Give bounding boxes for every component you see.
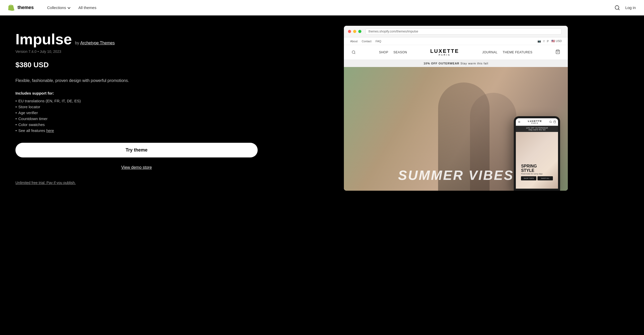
mobile-store-logo: LUXETTE PARIS [528,120,542,124]
svg-line-1 [618,9,619,10]
nav-right: Log in [614,5,636,11]
mobile-hero-sub: Fresh looks for sunny days [518,173,555,175]
nav-season: SEASON [393,51,407,54]
topbar-about: About [350,40,358,43]
store-nav: SHOP SEASON LUXETTE PARIS JOURNAL THEME … [344,45,568,60]
search-icon[interactable] [614,5,620,11]
trial-text: Unlimited free trial. Pay if you publish… [15,181,258,185]
mobile-cart-icon [553,121,556,123]
includes-label: Includes support for: [15,91,258,95]
collections-label: Collections [47,5,66,10]
mobile-shop-tops-button: SHOP TOPS [521,176,536,180]
list-item: Store locator [15,104,258,110]
store-banner: 10% OFF OUTERWEAR Stay warm this fall [344,60,568,67]
store-hero-image: SUMMER VIBES LUXETTE PARIS [344,67,568,191]
store-search-icon [352,50,356,54]
mobile-shop-all-button: SHOP ALL [537,176,553,180]
theme-info-panel: Impulse by Archetype Themes Version 7.4.… [0,15,271,335]
theme-author-line: by Archetype Themes [75,41,115,45]
mobile-search-icon [549,121,552,123]
theme-description: Flexible, fashionable, proven design wit… [15,77,258,84]
features-list: EU translations (EN, FR, IT, DE, ES) Sto… [15,98,258,133]
author-link[interactable]: Archetype Themes [80,41,115,45]
navbar: themes Collections All themes Log in [0,0,644,15]
currency-selector: 🇺🇸 USD [551,39,562,43]
store-nav-right: JOURNAL THEME FEATURES [482,51,532,54]
list-item: Color swatches [15,122,258,128]
mobile-hero-image: SPRING STYLE Fresh looks for sunny days … [516,132,558,189]
list-item: Age verifier [15,110,258,116]
browser-dot-close [348,30,351,33]
topbar-contact: Contact [362,40,371,43]
mobile-menu-icon [518,121,520,123]
theme-price: $380 USD [15,61,258,69]
mobile-nav-icons [549,121,556,123]
mobile-hero-content: SPRING STYLE Fresh looks for sunny days … [516,164,558,186]
nav-shop: SHOP [379,51,388,54]
login-link[interactable]: Log in [625,5,636,10]
store-topbar-links: About Contact FAQ [350,40,381,43]
store-cart-icon [555,49,560,55]
browser-dot-expand [358,30,361,33]
mobile-banner: 10% OFF OUTERWEAR Stay warm this fall [516,126,558,132]
nav-theme-features: THEME FEATURES [503,51,532,54]
facebook-icon: f [544,40,544,43]
mobile-hero-buttons: SHOP TOPS SHOP ALL [518,176,555,183]
chevron-down-icon [68,6,71,9]
svg-line-3 [355,53,355,54]
svg-point-8 [550,121,552,123]
view-demo-button[interactable]: View demo store [15,162,258,173]
store-search-icon-wrap [352,50,356,54]
store-logo: LUXETTE PARIS [430,48,459,56]
nav-journal: JOURNAL [482,51,498,54]
mobile-hero-title: SPRING STYLE [518,164,555,173]
topbar-faq: FAQ [376,40,381,43]
features-link[interactable]: here [46,128,54,133]
list-item: Countdown timer [15,116,258,122]
pinterest-icon: P [547,40,549,43]
mobile-mockup: LUXETTE PARIS [514,116,560,191]
browser-mockup: themes.shopify.com/themes/impulse About … [344,26,568,191]
collections-dropdown[interactable]: Collections [44,4,73,11]
browser-topbar: themes.shopify.com/themes/impulse [344,26,568,37]
theme-version: Version 7.4.0 • July 10, 2023 [15,49,258,54]
try-theme-button[interactable]: Try theme [15,143,258,157]
all-themes-link[interactable]: All themes [75,4,99,11]
hero-section: Impulse by Archetype Themes Version 7.4.… [0,15,644,335]
store-nav-left: SHOP SEASON [379,51,407,54]
nav-links: Collections All themes [44,4,99,11]
store-preview-panel: themes.shopify.com/themes/impulse About … [271,15,644,335]
store-hero-text: SUMMER VIBES [398,167,514,191]
theme-title: Impulse [15,31,72,47]
store-topbar-right: 📷 f P 🇺🇸 USD [537,39,562,43]
browser-url-bar: themes.shopify.com/themes/impulse [365,28,562,35]
browser-dot-minimize [353,30,356,33]
list-item: EU translations (EN, FR, IT, DE, ES) [15,98,258,104]
svg-line-9 [551,122,552,123]
store-topbar: About Contact FAQ 📷 f P 🇺🇸 USD [344,37,568,45]
mobile-inner: LUXETTE PARIS [516,118,558,189]
mobile-topbar: LUXETTE PARIS [516,118,558,126]
list-item: See all features here [15,128,258,133]
logo-text: themes [18,5,34,10]
logo-link[interactable]: themes [8,4,34,11]
shopify-logo-icon [8,4,15,11]
instagram-icon: 📷 [537,39,541,43]
svg-point-2 [352,51,355,54]
